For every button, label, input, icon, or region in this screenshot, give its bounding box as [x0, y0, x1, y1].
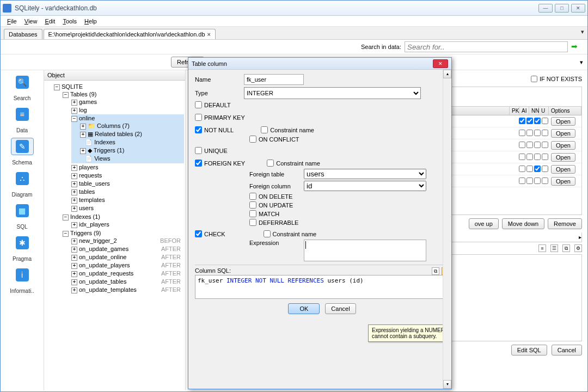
ai-checkbox[interactable] [526, 154, 533, 160]
cancel-button[interactable]: Cancel [325, 303, 356, 314]
expand-icon[interactable]: + [71, 108, 77, 114]
moveup-button[interactable]: ove up [469, 218, 499, 229]
object-tree[interactable]: −SQLITE −Tables (9) +games +log −online … [44, 81, 185, 297]
view-list-icon[interactable]: ≡ [538, 244, 546, 252]
tab-databases[interactable]: Databases [4, 29, 42, 39]
unique-checkbox[interactable] [195, 147, 202, 154]
nn-checkbox[interactable] [534, 166, 541, 172]
movedown-button[interactable]: Move down [502, 218, 544, 229]
expand-icon[interactable]: + [80, 124, 86, 130]
sidebar-data[interactable]: ≡ [11, 106, 34, 123]
menu-tools[interactable]: Tools [59, 17, 80, 26]
check-checkbox[interactable] [195, 230, 202, 237]
type-select[interactable]: INTEGER [244, 87, 421, 99]
expand-icon[interactable]: + [71, 181, 77, 187]
cancel-button[interactable]: Cancel [552, 345, 582, 356]
open-button[interactable]: Open [551, 141, 575, 150]
expand-icon[interactable]: + [71, 263, 77, 269]
foreign-column-select[interactable]: id [304, 181, 426, 191]
open-button[interactable]: Open [551, 165, 575, 174]
expand-icon[interactable]: + [71, 255, 77, 261]
nn-checkbox[interactable] [534, 154, 541, 160]
expand-icon[interactable]: + [71, 238, 77, 244]
tab-close-icon[interactable]: × [207, 31, 211, 38]
menu-edit[interactable]: Edit [41, 17, 58, 26]
search-input[interactable] [405, 41, 568, 52]
fk-cname-checkbox[interactable] [267, 160, 274, 167]
expand-icon[interactable]: + [71, 198, 77, 204]
minimize-button[interactable]: — [538, 4, 553, 13]
pk-checkbox[interactable] [519, 166, 525, 172]
foreignkey-checkbox[interactable] [195, 160, 202, 167]
edit-sql-button[interactable]: Edit SQL [511, 345, 547, 356]
expand-icon[interactable]: + [71, 247, 77, 253]
scroll-up-icon[interactable]: ▴ [443, 70, 451, 78]
nn-checkbox[interactable] [534, 142, 541, 148]
expand-icon[interactable]: + [71, 287, 77, 293]
expand-icon[interactable]: + [71, 173, 77, 179]
nn-checkbox[interactable] [534, 118, 541, 124]
copy-sql-icon[interactable]: ⧉ [432, 267, 439, 275]
deferrable-checkbox[interactable] [249, 219, 256, 226]
tab-dropdown-icon[interactable]: ▾ [581, 28, 584, 35]
menu-view[interactable]: View [21, 17, 41, 26]
copy-icon[interactable]: ⧉ [562, 244, 570, 252]
pk-checkbox[interactable] [519, 177, 525, 184]
ai-checkbox[interactable] [526, 142, 533, 148]
pk-checkbox[interactable] [519, 142, 525, 148]
maximize-button[interactable]: □ [555, 4, 569, 13]
settings-icon[interactable]: ⚙ [574, 244, 582, 252]
u-checkbox[interactable] [542, 142, 548, 148]
search-go-icon[interactable]: ➡ [571, 42, 582, 52]
u-checkbox[interactable] [542, 130, 548, 136]
u-checkbox[interactable] [542, 166, 548, 172]
menu-file[interactable]: File [4, 17, 20, 26]
expand-icon[interactable]: − [54, 84, 60, 90]
nn-checkbox[interactable] [534, 130, 541, 136]
scroll-down-icon[interactable]: ▾ [443, 380, 451, 389]
ai-checkbox[interactable] [526, 166, 533, 172]
dialog-close-button[interactable]: ✕ [433, 59, 448, 68]
expand-icon[interactable]: + [80, 148, 86, 154]
notnull-checkbox[interactable] [195, 126, 202, 133]
open-button[interactable]: Open [551, 177, 575, 186]
expand-icon[interactable]: + [71, 279, 77, 285]
ai-checkbox[interactable] [526, 118, 533, 124]
ai-checkbox[interactable] [526, 177, 533, 184]
u-checkbox[interactable] [542, 177, 548, 184]
expand-icon[interactable]: + [71, 165, 77, 171]
foreign-table-select[interactable]: users [304, 169, 426, 179]
check-cname-checkbox[interactable] [264, 230, 271, 237]
expand-icon[interactable]: − [63, 92, 69, 98]
remove-button[interactable]: Remove [548, 218, 582, 229]
ok-button[interactable]: OK [288, 303, 320, 314]
sidebar-search[interactable]: 🔍 [11, 74, 34, 91]
expand-icon[interactable]: − [63, 231, 69, 237]
expand-icon[interactable]: + [71, 271, 77, 277]
expand-icon[interactable]: + [71, 189, 77, 195]
expand-icon[interactable]: + [71, 206, 77, 212]
nn-checkbox[interactable] [534, 177, 541, 184]
menu-help[interactable]: Help [81, 17, 100, 26]
notnull-cname-checkbox[interactable] [261, 126, 268, 133]
open-button[interactable]: Open [551, 117, 575, 126]
u-checkbox[interactable] [542, 118, 548, 124]
pk-checkbox[interactable] [519, 154, 525, 160]
pk-checkbox[interactable] [519, 118, 525, 124]
onconflict-checkbox[interactable] [249, 136, 256, 143]
close-button[interactable]: ✕ [571, 4, 585, 13]
sidebar-sql[interactable]: ▦ [11, 202, 34, 219]
toolbar-dropdown-icon[interactable]: ▾ [580, 59, 583, 66]
name-input[interactable] [244, 74, 304, 85]
sidebar-diagram[interactable]: ⛬ [11, 170, 34, 187]
dialog-scrollbar[interactable]: ▴ ▾ [443, 70, 451, 389]
onupdate-checkbox[interactable] [249, 201, 256, 209]
default-checkbox[interactable] [195, 101, 202, 108]
expand-icon[interactable]: + [80, 132, 86, 138]
expression-textarea[interactable] [304, 240, 426, 261]
u-checkbox[interactable] [542, 154, 548, 160]
open-button[interactable]: Open [551, 153, 575, 162]
pk-checkbox[interactable] [519, 130, 525, 136]
expand-icon[interactable]: − [63, 215, 69, 220]
ondelete-checkbox[interactable] [249, 193, 256, 200]
